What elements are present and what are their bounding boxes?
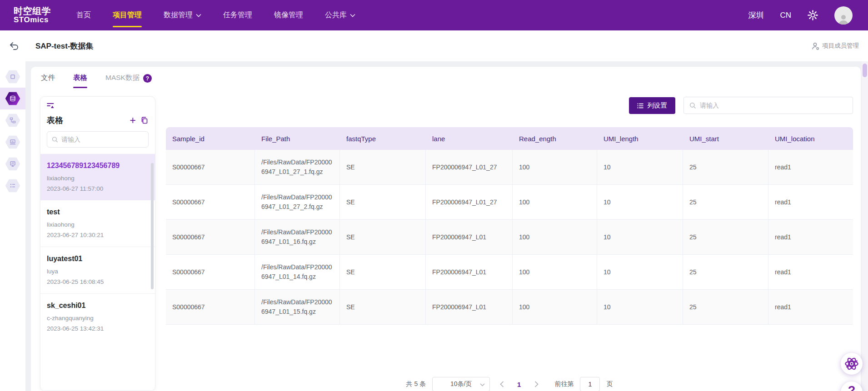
table-cell: 25 bbox=[683, 255, 768, 290]
column-settings-icon bbox=[637, 103, 644, 109]
next-page-button[interactable] bbox=[531, 379, 542, 390]
tab-tables[interactable]: 表格 bbox=[73, 73, 87, 88]
assistant-fab[interactable] bbox=[841, 353, 863, 375]
panel-header: 表格 + bbox=[47, 115, 149, 126]
nav-item-4[interactable]: 镜像管理 bbox=[274, 9, 303, 22]
page-scrollbar[interactable] bbox=[862, 61, 868, 391]
table-cell: 10 bbox=[597, 290, 683, 325]
pagination: 共 5 条 10条/页 1 前往第 页 bbox=[166, 377, 853, 391]
table-cell: S00000667 bbox=[166, 290, 255, 325]
table-row-3: S00000667/Files/RawData/FP200006947_L01_… bbox=[166, 255, 853, 290]
goto-page-suffix: 页 bbox=[606, 380, 613, 388]
table-header-row: Sample_idFile_PathfastqTypelaneRead_engt… bbox=[166, 127, 853, 150]
collapse-panel-icon[interactable] bbox=[47, 102, 55, 111]
sidebar-item-1[interactable] bbox=[0, 88, 25, 109]
item-owner: lixiaohong bbox=[47, 175, 149, 182]
add-table-icon[interactable]: + bbox=[130, 115, 136, 126]
language-toggle[interactable]: CN bbox=[780, 11, 791, 20]
task-list-icon bbox=[5, 179, 20, 193]
member-link-label: 项目成员管理 bbox=[822, 42, 859, 50]
header-cell-UMI_length: UMI_length bbox=[597, 127, 683, 150]
table-cell: 100 bbox=[513, 220, 597, 255]
question-mark-icon: ? bbox=[848, 384, 856, 391]
desktop-icon bbox=[5, 157, 20, 171]
sidebar-item-2[interactable] bbox=[0, 109, 25, 131]
project-member-management-link[interactable]: 项目成员管理 bbox=[812, 42, 859, 50]
prev-page-button[interactable] bbox=[496, 379, 507, 390]
sidebar-item-3[interactable] bbox=[0, 131, 25, 153]
page-size-value: 10条/页 bbox=[450, 380, 472, 388]
table-cell: 25 bbox=[683, 185, 768, 220]
table-search-input[interactable] bbox=[700, 102, 847, 109]
current-page-number[interactable]: 1 bbox=[517, 381, 521, 388]
nav-item-1[interactable]: 项目管理 bbox=[113, 9, 142, 22]
table-row-1: S00000667/Files/RawData/FP200006947_L01_… bbox=[166, 185, 853, 220]
nav-item-5[interactable]: 公共库 bbox=[325, 9, 355, 22]
nav-item-0[interactable]: 首页 bbox=[76, 9, 91, 22]
table-row-4: S00000667/Files/RawData/FP200006947_L01_… bbox=[166, 290, 853, 325]
stomics-logo[interactable]: 时空组学 STOmics bbox=[14, 6, 51, 25]
table-row-2: S00000667/Files/RawData/FP200006947_L01_… bbox=[166, 220, 853, 255]
item-name: luyatest01 bbox=[47, 255, 149, 263]
table-cell: 10 bbox=[597, 255, 683, 290]
table-cell: SE bbox=[340, 185, 426, 220]
table-cell: 10 bbox=[597, 220, 683, 255]
sidebar-item-0[interactable] bbox=[0, 66, 25, 88]
overview-icon bbox=[5, 70, 20, 84]
content-card: 文件 表格 MASK数据 ? 表格 + 123456789123456789li… bbox=[31, 67, 861, 391]
total-count-label: 共 5 条 bbox=[406, 380, 426, 388]
analysis-icon bbox=[5, 135, 20, 149]
table-cell: 25 bbox=[683, 150, 768, 185]
table-list-item-0[interactable]: 123456789123456789lixiaohong2023-06-27 1… bbox=[40, 154, 155, 200]
nav-item-2[interactable]: 数据管理 bbox=[164, 9, 201, 22]
header-cell-UMI_start: UMI_start bbox=[683, 127, 768, 150]
table-list-item-2[interactable]: luyatest01luya2023-06-25 16:08:45 bbox=[40, 247, 155, 293]
goto-page-input[interactable] bbox=[580, 377, 600, 391]
table-cell: 100 bbox=[513, 255, 597, 290]
table-cell: read1 bbox=[768, 185, 853, 220]
table-cell: FP200006947_L01_27 bbox=[426, 185, 513, 220]
dataset-icon bbox=[5, 92, 20, 106]
tab-mask-data[interactable]: MASK数据 bbox=[105, 73, 140, 88]
chevron-right-icon bbox=[534, 381, 539, 387]
settings-gear-icon[interactable] bbox=[808, 10, 818, 20]
table-search-box bbox=[683, 97, 853, 114]
sidebar-item-5[interactable] bbox=[0, 175, 25, 197]
logo-line1: 时空组学 bbox=[14, 6, 51, 16]
table-cell: /Files/RawData/FP200006947_L01_15.fq.gz bbox=[255, 290, 340, 325]
table-cell: FP200006947_L01_27 bbox=[426, 150, 513, 185]
nav-item-label: 公共库 bbox=[325, 10, 347, 20]
navbar-right: 深圳 CN bbox=[748, 6, 853, 25]
panel-scrollbar[interactable] bbox=[151, 163, 154, 289]
table-row-0: S00000667/Files/RawData/FP200006947_L01_… bbox=[166, 150, 853, 185]
dataset-tabs: 文件 表格 MASK数据 ? bbox=[41, 73, 152, 88]
item-timestamp: 2023-06-25 13:42:31 bbox=[47, 325, 149, 332]
column-settings-button[interactable]: 列设置 bbox=[629, 97, 675, 114]
search-icon bbox=[689, 102, 696, 109]
table-cell: S00000667 bbox=[166, 220, 255, 255]
module-sidebar bbox=[0, 61, 25, 391]
copy-table-icon[interactable] bbox=[140, 116, 149, 124]
logo-line2: STOmics bbox=[14, 16, 51, 24]
back-icon[interactable] bbox=[8, 40, 20, 52]
panel-search-input[interactable] bbox=[61, 136, 144, 143]
help-question-icon[interactable]: ? bbox=[143, 74, 152, 83]
header-cell-UMI_location: UMI_location bbox=[768, 127, 853, 150]
region-label[interactable]: 深圳 bbox=[748, 10, 763, 20]
chevron-down-icon bbox=[196, 14, 201, 17]
page-scrollbar-thumb[interactable] bbox=[863, 64, 867, 77]
item-name: sk_ceshi01 bbox=[47, 302, 149, 310]
table-cell: SE bbox=[340, 290, 426, 325]
table-list-item-1[interactable]: testlixiaohong2023-06-27 10:30:21 bbox=[40, 200, 155, 247]
table-cell: SE bbox=[340, 220, 426, 255]
table-cell: /Files/RawData/FP200006947_L01_27_2.fq.g… bbox=[255, 185, 340, 220]
table-list-item-3[interactable]: sk_ceshi01c-zhangquanying2023-06-25 13:4… bbox=[40, 293, 155, 340]
nav-item-3[interactable]: 任务管理 bbox=[223, 9, 252, 22]
tab-files[interactable]: 文件 bbox=[41, 73, 55, 88]
sidebar-item-4[interactable] bbox=[0, 153, 25, 175]
item-timestamp: 2023-06-25 16:08:45 bbox=[47, 278, 149, 285]
user-avatar[interactable] bbox=[834, 6, 853, 25]
page-size-select[interactable]: 10条/页 bbox=[432, 377, 490, 391]
chevron-down-icon bbox=[480, 383, 485, 386]
column-settings-label: 列设置 bbox=[647, 101, 667, 110]
